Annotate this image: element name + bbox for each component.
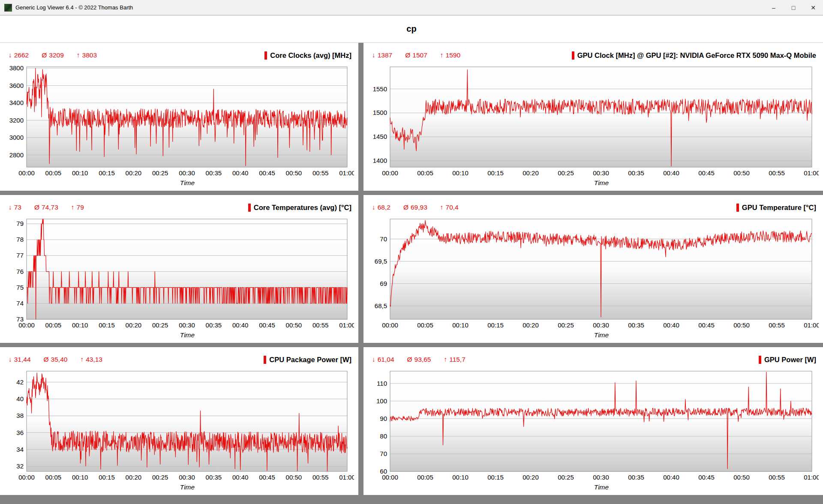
window-title: Generic Log Viewer 6.4 - © 2022 Thomas B… xyxy=(15,4,133,11)
svg-text:32: 32 xyxy=(16,462,24,470)
svg-text:00:15: 00:15 xyxy=(99,474,115,481)
svg-text:00:10: 00:10 xyxy=(72,169,88,177)
svg-text:110: 110 xyxy=(377,380,387,387)
series-color-swatch xyxy=(248,204,251,212)
minimize-button[interactable]: – xyxy=(764,0,784,15)
stat-avg: Ø3209 xyxy=(42,51,64,59)
avg-icon: Ø xyxy=(34,204,39,211)
svg-text:3600: 3600 xyxy=(9,82,24,89)
min-arrow-icon: ↓ xyxy=(372,356,375,363)
svg-text:34: 34 xyxy=(16,446,24,453)
avg-icon: Ø xyxy=(44,356,49,363)
chart-title: GPU Temperature [°C] xyxy=(742,204,816,212)
svg-text:00:10: 00:10 xyxy=(452,321,469,329)
cpu-package-power-line-chart: 32343638404200:0000:0500:1000:1500:2000:… xyxy=(4,368,354,483)
svg-text:38: 38 xyxy=(16,412,24,419)
chart-title: CPU Package Power [W] xyxy=(269,356,351,364)
svg-text:00:40: 00:40 xyxy=(232,169,249,177)
stat-max-value: 3803 xyxy=(82,51,97,59)
chart-header: ↓2662 Ø3209 ↑3803 Core Clocks (avg) [MHz… xyxy=(4,45,354,63)
max-arrow-icon: ↑ xyxy=(77,51,80,59)
svg-text:70: 70 xyxy=(380,450,387,457)
svg-text:00:10: 00:10 xyxy=(72,321,88,329)
chart-title-group: CPU Package Power [W] xyxy=(264,356,351,364)
svg-text:79: 79 xyxy=(16,220,24,227)
svg-text:77: 77 xyxy=(16,252,24,259)
min-arrow-icon: ↓ xyxy=(9,204,12,211)
svg-text:40: 40 xyxy=(16,395,24,402)
stat-min-value: 68,2 xyxy=(378,204,390,211)
svg-text:00:05: 00:05 xyxy=(45,474,62,481)
svg-text:00:50: 00:50 xyxy=(733,321,750,329)
avg-icon: Ø xyxy=(407,356,412,363)
svg-text:70: 70 xyxy=(380,235,387,243)
svg-text:00:45: 00:45 xyxy=(698,169,715,177)
chart-header: ↓61,04 Ø93,65 ↑115,7 GPU Power [W] xyxy=(368,350,819,368)
svg-text:00:50: 00:50 xyxy=(286,169,302,177)
app-icon xyxy=(4,4,12,12)
stat-max: ↑115,7 xyxy=(444,356,465,363)
chart-title-group: Core Temperatures (avg) [°C] xyxy=(248,204,351,212)
svg-text:00:35: 00:35 xyxy=(206,169,222,177)
series-color-swatch xyxy=(736,204,739,212)
svg-text:1550: 1550 xyxy=(373,85,387,93)
svg-text:00:45: 00:45 xyxy=(698,474,715,481)
svg-text:00:40: 00:40 xyxy=(663,321,679,329)
svg-text:75: 75 xyxy=(16,284,24,291)
svg-text:00:20: 00:20 xyxy=(126,321,142,329)
stat-max: ↑43,13 xyxy=(80,356,102,363)
stat-avg-value: 35,40 xyxy=(51,356,68,363)
svg-text:00:05: 00:05 xyxy=(417,169,433,177)
svg-text:3400: 3400 xyxy=(9,99,24,106)
avg-icon: Ø xyxy=(405,51,410,59)
gpu-temperature-line-chart: 68,56969,57000:0000:0500:1000:1500:2000:… xyxy=(368,216,819,330)
svg-text:00:55: 00:55 xyxy=(769,474,785,481)
svg-text:00:15: 00:15 xyxy=(487,321,504,329)
stat-min: ↓2662 xyxy=(9,51,29,59)
svg-text:100: 100 xyxy=(376,397,387,405)
x-axis-title: Time xyxy=(4,483,354,491)
svg-text:42: 42 xyxy=(16,378,24,386)
chart-title-group: GPU Clock [MHz] @ GPU [#2]: NVIDIA GeFor… xyxy=(572,51,816,60)
stat-min: ↓68,2 xyxy=(372,204,390,211)
chart-header: ↓31,44 Ø35,40 ↑43,13 CPU Package Power [… xyxy=(4,350,354,368)
stat-min-value: 1387 xyxy=(378,51,392,59)
x-axis-title: Time xyxy=(368,178,819,187)
svg-text:00:05: 00:05 xyxy=(417,474,433,481)
max-arrow-icon: ↑ xyxy=(440,204,444,211)
svg-text:00:15: 00:15 xyxy=(487,169,504,177)
gpu-power-line-chart: 6070809010011000:0000:0500:1000:1500:200… xyxy=(368,368,819,483)
svg-text:00:40: 00:40 xyxy=(232,321,249,329)
close-button[interactable]: ✕ xyxy=(803,0,823,15)
maximize-button[interactable]: □ xyxy=(784,0,803,15)
svg-text:3200: 3200 xyxy=(9,117,24,124)
chart-title-group: Core Clocks (avg) [MHz] xyxy=(264,51,351,60)
stat-min: ↓61,04 xyxy=(372,356,394,363)
svg-text:00:40: 00:40 xyxy=(663,169,679,177)
svg-text:00:35: 00:35 xyxy=(206,474,222,481)
svg-text:80: 80 xyxy=(380,432,387,440)
chart-title: Core Clocks (avg) [MHz] xyxy=(270,51,351,60)
svg-text:00:00: 00:00 xyxy=(18,474,35,481)
svg-text:00:15: 00:15 xyxy=(99,321,115,329)
stat-min-value: 61,04 xyxy=(378,356,394,363)
svg-text:1500: 1500 xyxy=(373,109,387,116)
stat-avg-value: 3209 xyxy=(49,51,63,59)
chart-panel-core-temperatures: ↓73 Ø74,73 ↑79 Core Temperatures (avg) [… xyxy=(0,195,358,343)
page-title: cp xyxy=(0,15,823,43)
svg-text:00:30: 00:30 xyxy=(593,169,609,177)
svg-text:3000: 3000 xyxy=(9,134,24,141)
svg-text:00:05: 00:05 xyxy=(45,321,62,329)
stat-min: ↓73 xyxy=(9,204,21,211)
svg-text:78: 78 xyxy=(16,236,24,243)
chart-stats: ↓61,04 Ø93,65 ↑115,7 xyxy=(372,356,466,363)
core-clocks-line-chart: 28003000320034003600380000:0000:0500:100… xyxy=(4,63,354,178)
chart-header: ↓68,2 Ø69,93 ↑70,4 GPU Temperature [°C] xyxy=(368,198,819,216)
svg-text:00:15: 00:15 xyxy=(487,474,504,481)
chart-panel-gpu-power: ↓61,04 Ø93,65 ↑115,7 GPU Power [W] 60708… xyxy=(363,347,823,495)
title-bar[interactable]: Generic Log Viewer 6.4 - © 2022 Thomas B… xyxy=(0,0,823,15)
stat-min: ↓1387 xyxy=(372,51,392,59)
svg-text:00:55: 00:55 xyxy=(312,169,329,177)
svg-text:00:25: 00:25 xyxy=(558,321,574,329)
chart-stats: ↓1387 Ø1507 ↑1590 xyxy=(372,51,460,59)
